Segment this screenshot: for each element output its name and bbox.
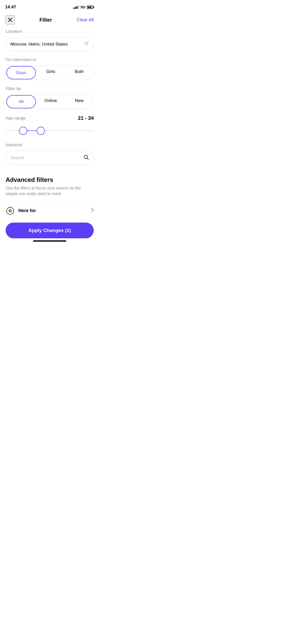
here-for-row[interactable]: Here for — [6, 202, 94, 219]
slider-thumb-max[interactable] — [37, 127, 45, 135]
here-for-label: Here for — [18, 208, 36, 213]
here-for-chevron-icon — [91, 208, 94, 214]
apply-button-container: Apply Changes (1) — [0, 219, 99, 251]
location-arrow-icon — [84, 41, 89, 47]
svg-line-4 — [87, 158, 88, 159]
filter-by-label: Filter by — [6, 86, 94, 91]
interested-both-option[interactable]: Both — [65, 66, 93, 80]
age-range-label: Age range — [6, 116, 25, 121]
age-range-section: Age range 21 - 34 — [6, 115, 94, 136]
location-input[interactable]: Moscow, Idaho, United States — [6, 37, 94, 51]
close-icon — [7, 17, 13, 23]
svg-point-7 — [10, 210, 11, 211]
filter-online-option[interactable]: Online — [36, 95, 65, 109]
advanced-filters-description: Use the filters to focus your search on … — [6, 185, 94, 197]
header: Filter Clear All — [0, 13, 99, 29]
filter-new-option[interactable]: New — [65, 95, 93, 109]
here-for-left: Here for — [6, 206, 36, 215]
slider-track — [6, 130, 94, 131]
status-time: 14:47 — [5, 5, 16, 10]
signal-icon — [73, 5, 79, 9]
interested-in-label: I'm interested in — [6, 57, 94, 62]
page-title: Filter — [39, 17, 52, 23]
interested-guys-option[interactable]: Guys — [6, 66, 36, 79]
search-icon — [83, 154, 89, 161]
filter-all-option[interactable]: All — [6, 95, 36, 108]
location-value: Moscow, Idaho, United States — [10, 42, 84, 47]
advanced-filters-title: Advanced filters — [6, 176, 94, 183]
filter-by-section: Filter by All Online New — [6, 86, 94, 109]
close-button[interactable] — [6, 15, 15, 24]
interests-label: Interests — [6, 142, 94, 148]
here-for-icon — [6, 206, 15, 215]
advanced-filters-section: Advanced filters Use the filters to focu… — [0, 171, 99, 219]
network-label: 5G — [80, 5, 85, 9]
age-range-slider[interactable] — [6, 125, 94, 136]
home-bar — [33, 240, 66, 242]
age-range-header: Age range 21 - 34 — [6, 115, 94, 121]
status-bar: 14:47 5G — [0, 0, 99, 13]
interested-in-section: I'm interested in Guys Girls Both — [6, 57, 94, 80]
status-icons: 5G — [73, 5, 94, 9]
interested-girls-option[interactable]: Girls — [36, 66, 65, 80]
interests-search-placeholder: Search — [10, 155, 83, 160]
interests-section: Interests Search — [6, 142, 94, 165]
filter-by-toggle-group: All Online New — [6, 94, 94, 109]
clear-all-button[interactable]: Clear All — [77, 16, 94, 24]
home-indicator — [6, 238, 94, 243]
svg-marker-2 — [85, 41, 89, 46]
location-section: Location Moscow, Idaho, United States — [6, 29, 94, 51]
interests-search-input[interactable]: Search — [6, 151, 94, 165]
interested-in-toggle-group: Guys Girls Both — [6, 65, 94, 80]
filter-content: Location Moscow, Idaho, United States I'… — [0, 29, 99, 165]
apply-changes-button[interactable]: Apply Changes (1) — [6, 223, 94, 238]
slider-thumb-min[interactable] — [19, 127, 27, 135]
age-range-values: 21 - 34 — [78, 115, 94, 121]
location-label: Location — [6, 29, 94, 34]
battery-icon — [87, 6, 94, 9]
